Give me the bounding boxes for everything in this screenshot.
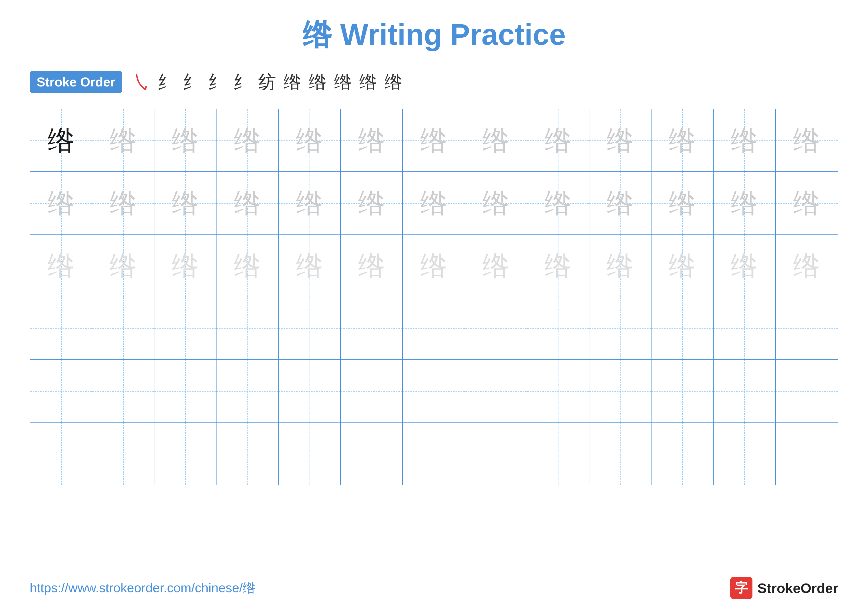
cell-3-6: 绺	[341, 235, 403, 297]
stroke-step-10: 绺	[359, 70, 377, 94]
char-light: 绺	[793, 127, 820, 154]
cell-6-13	[776, 423, 838, 485]
char-light: 绺	[544, 190, 572, 217]
stroke-step-4: 纟	[208, 70, 226, 94]
char-light: 绺	[420, 190, 447, 217]
char-light: 绺	[110, 127, 137, 154]
cell-1-1: 绺	[30, 109, 92, 171]
cell-5-5	[279, 360, 341, 422]
stroke-step-6: 纺	[258, 70, 276, 94]
cell-5-7	[403, 360, 465, 422]
cell-4-6	[341, 297, 403, 359]
char-lighter: 绺	[793, 252, 820, 280]
cell-6-7	[403, 423, 465, 485]
cell-6-10	[589, 423, 651, 485]
cell-4-8	[465, 297, 527, 359]
cell-2-1: 绺	[30, 172, 92, 234]
cell-3-1: 绺	[30, 235, 92, 297]
char-lighter: 绺	[731, 252, 758, 280]
cell-4-5	[279, 297, 341, 359]
cell-2-12: 绺	[714, 172, 776, 234]
cell-6-9	[527, 423, 589, 485]
grid-row-1: 绺 绺 绺 绺 绺 绺 绺 绺 绺 绺 绺 绺 绺	[30, 109, 838, 172]
cell-1-6: 绺	[341, 109, 403, 171]
char-light: 绺	[606, 190, 634, 217]
stroke-step-11: 绺	[384, 70, 402, 94]
cell-5-13	[776, 360, 838, 422]
stroke-step-9: 绺	[334, 70, 352, 94]
char-light: 绺	[358, 190, 385, 217]
cell-6-1	[30, 423, 92, 485]
cell-6-8	[465, 423, 527, 485]
char-lighter: 绺	[358, 252, 385, 280]
cell-1-4: 绺	[217, 109, 279, 171]
char-light: 绺	[296, 190, 323, 217]
char-light: 绺	[668, 190, 696, 217]
cell-4-11	[651, 297, 714, 359]
cell-5-11	[651, 360, 714, 422]
char-light: 绺	[420, 127, 447, 154]
stroke-step-1: ㇂	[132, 70, 150, 94]
cell-3-8: 绺	[465, 235, 527, 297]
cell-5-9	[527, 360, 589, 422]
grid-row-3: 绺 绺 绺 绺 绺 绺 绺 绺 绺 绺 绺 绺 绺	[30, 235, 838, 297]
cell-4-3	[154, 297, 217, 359]
cell-5-4	[217, 360, 279, 422]
char-light: 绺	[793, 190, 820, 217]
cell-6-11	[651, 423, 714, 485]
cell-6-5	[279, 423, 341, 485]
footer-url[interactable]: https://www.strokeorder.com/chinese/绺	[30, 579, 256, 597]
cell-1-5: 绺	[279, 109, 341, 171]
char-light: 绺	[482, 190, 510, 217]
cell-1-9: 绺	[527, 109, 589, 171]
cell-2-6: 绺	[341, 172, 403, 234]
cell-4-7	[403, 297, 465, 359]
cell-5-6	[341, 360, 403, 422]
char-lighter: 绺	[420, 252, 447, 280]
practice-grid: 绺 绺 绺 绺 绺 绺 绺 绺 绺 绺 绺 绺 绺 绺 绺 绺 绺 绺 绺 绺 …	[30, 109, 838, 485]
stroke-step-2: 纟	[157, 70, 175, 94]
char-light: 绺	[234, 127, 261, 154]
cell-5-2	[92, 360, 154, 422]
char-light: 绺	[358, 127, 385, 154]
grid-row-5	[30, 360, 838, 423]
char-light: 绺	[668, 127, 696, 154]
cell-5-10	[589, 360, 651, 422]
cell-2-4: 绺	[217, 172, 279, 234]
cell-6-2	[92, 423, 154, 485]
cell-3-7: 绺	[403, 235, 465, 297]
char-lighter: 绺	[172, 252, 199, 280]
cell-3-5: 绺	[279, 235, 341, 297]
strokeorder-logo-icon: 字	[730, 577, 752, 599]
char-lighter: 绺	[234, 252, 261, 280]
char-dark: 绺	[48, 127, 75, 154]
char-light: 绺	[110, 190, 137, 217]
char-lighter: 绺	[110, 252, 137, 280]
cell-4-2	[92, 297, 154, 359]
cell-4-4	[217, 297, 279, 359]
cell-5-1	[30, 360, 92, 422]
cell-2-13: 绺	[776, 172, 838, 234]
char-light: 绺	[296, 127, 323, 154]
cell-4-13	[776, 297, 838, 359]
cell-3-3: 绺	[154, 235, 217, 297]
char-lighter: 绺	[482, 252, 510, 280]
title-label: Writing Practice	[332, 18, 566, 51]
footer: https://www.strokeorder.com/chinese/绺 字 …	[30, 577, 838, 599]
char-light: 绺	[544, 127, 572, 154]
cell-2-3: 绺	[154, 172, 217, 234]
page-title: 绺 Writing Practice	[302, 15, 566, 55]
cell-4-9	[527, 297, 589, 359]
logo-char: 字	[735, 579, 748, 597]
char-lighter: 绺	[544, 252, 572, 280]
char-light: 绺	[731, 190, 758, 217]
char-lighter: 绺	[668, 252, 696, 280]
grid-row-2: 绺 绺 绺 绺 绺 绺 绺 绺 绺 绺 绺 绺 绺	[30, 172, 838, 235]
stroke-order-row: Stroke Order ㇂ 纟 纟 纟 纟 纺 绺 绺 绺 绺 绺	[30, 70, 838, 94]
title-char: 绺	[302, 18, 332, 51]
char-light: 绺	[731, 127, 758, 154]
cell-6-12	[714, 423, 776, 485]
cell-1-3: 绺	[154, 109, 217, 171]
cell-2-10: 绺	[589, 172, 651, 234]
cell-2-9: 绺	[527, 172, 589, 234]
